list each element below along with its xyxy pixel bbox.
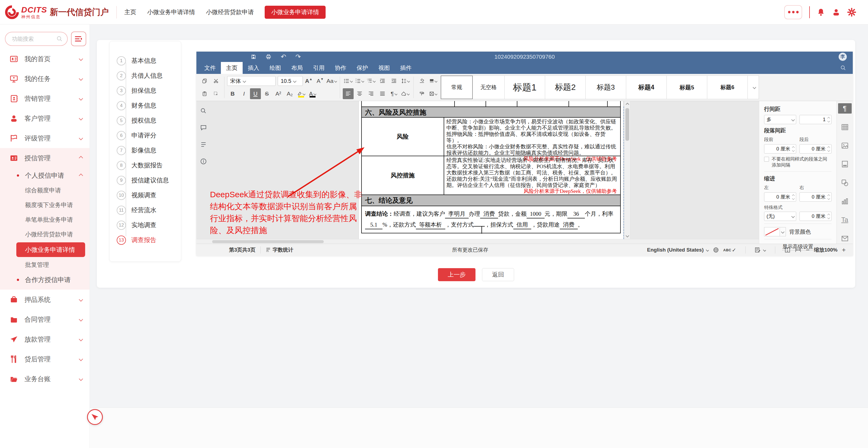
user-icon[interactable]	[832, 8, 840, 16]
sidebar-item-customers[interactable]: 客户管理	[0, 108, 90, 128]
header-footer-panel-icon[interactable]	[838, 159, 852, 169]
sidebar-item-micro-business-detail[interactable]: 小微业务申请详情	[16, 242, 85, 257]
sidebar-item-single-batch-business[interactable]: 单笔单批业务申请	[0, 212, 90, 227]
nav-tab-micro-detail[interactable]: 小微业务申请详情	[147, 8, 195, 16]
previous-step-button[interactable]: 上一步	[438, 268, 475, 281]
sidebar-item-collateral[interactable]: 押品系统	[0, 289, 90, 309]
sidebar-item-contracts[interactable]: 合同管理	[0, 309, 90, 329]
font-name-select[interactable]: 宋体	[227, 76, 276, 86]
step-imaging[interactable]: 7影像信息	[110, 143, 181, 158]
select-icon[interactable]	[211, 88, 221, 99]
floating-send-button[interactable]	[87, 409, 103, 425]
step-bigdata-report[interactable]: 8大数据报告	[110, 158, 181, 173]
doc-section-risk-title[interactable]: 六、风险及风控措施	[361, 106, 621, 117]
menu-home[interactable]: 主页	[221, 62, 243, 74]
sidebar-item-rating[interactable]: 评级管理	[0, 128, 90, 148]
nav-tab-micro-detail-active[interactable]: 小微业务申请详情	[265, 6, 326, 19]
zoom-in-button[interactable]: +	[842, 247, 846, 253]
align-center-icon[interactable]	[354, 88, 365, 99]
sidebar-item-marketing[interactable]: 营销管理	[0, 89, 90, 108]
multilevel-list-icon[interactable]	[366, 75, 376, 87]
font-color-icon[interactable]: A	[307, 88, 318, 99]
step-authorization[interactable]: 5授权信息	[110, 113, 181, 128]
document-page[interactable]: 六、风险及风控措施 风险 经营风险：小微企业市场竞争力弱，易受行业波动（如政策变…	[359, 101, 623, 239]
horizontal-scroll-thumb[interactable]	[212, 240, 324, 243]
menu-file[interactable]: 文件	[199, 62, 221, 74]
underline-icon[interactable]: U	[250, 88, 261, 99]
table-panel-icon[interactable]	[838, 122, 852, 132]
menu-protection[interactable]: 保护	[351, 62, 373, 74]
sidebar-item-credit-management[interactable]: 授信管理	[0, 148, 90, 168]
nav-tab-micro-loan-apply[interactable]: 小微经营贷款申请	[206, 8, 254, 16]
line-spacing-stepper[interactable]: 1	[800, 115, 832, 124]
doc-conclusion[interactable]: 调查结论：经调查，建议为客户李明月办理消费贷款，金额1000元，期限36个月，利…	[361, 206, 621, 233]
document-vertical-scrollbar[interactable]	[624, 101, 630, 239]
step-field-survey[interactable]: 12实地调查	[110, 218, 181, 233]
scroll-up-icon[interactable]	[626, 103, 629, 106]
gear-icon[interactable]	[847, 8, 856, 16]
find-icon[interactable]	[200, 108, 207, 114]
bell-icon[interactable]	[817, 8, 825, 16]
image-panel-icon[interactable]	[838, 140, 852, 151]
background-color-swatch[interactable]	[764, 227, 780, 236]
globe-icon[interactable]	[713, 247, 719, 253]
step-video-survey[interactable]: 10视频调查	[110, 188, 181, 203]
paste-icon[interactable]	[199, 88, 210, 99]
sidebar-item-approval-management[interactable]: 批复管理	[0, 257, 90, 272]
border-frame-icon[interactable]	[428, 88, 439, 99]
editor-search-icon[interactable]	[840, 65, 846, 71]
message-bubble-icon[interactable]	[784, 5, 802, 19]
background-color-dropdown[interactable]	[780, 227, 786, 236]
conclusion-blank-payment-cursor[interactable]	[474, 226, 485, 227]
sidebar-item-disbursement[interactable]: 放款管理	[0, 329, 90, 349]
sidebar-item-business-ledger[interactable]: 业务台账	[0, 369, 90, 389]
doc-control-text[interactable]: 经营真实性验证:实地走访经营场所，观察生产/销售情况、库存、员工状态等。交叉验证…	[444, 156, 620, 195]
style-heading6[interactable]: 标题6	[707, 75, 748, 99]
step-survey-report[interactable]: 13调查报告	[110, 233, 181, 247]
menu-collaboration[interactable]: 协作	[330, 62, 351, 74]
sidebar-item-comprehensive-limit[interactable]: 综合额度申请	[0, 183, 90, 198]
cut-icon[interactable]	[211, 75, 221, 87]
sidebar-item-micro-loan-apply[interactable]: 小微经营贷款申请	[0, 227, 90, 242]
fit-page-icon[interactable]	[784, 247, 790, 253]
comment-icon[interactable]	[200, 125, 207, 131]
increase-indent-icon[interactable]	[389, 75, 399, 87]
doc-section-conclusion-title[interactable]: 七、结论及意见	[361, 195, 621, 206]
bold-icon[interactable]: B	[227, 88, 238, 99]
menu-insert[interactable]: 插入	[243, 62, 265, 74]
style-normal[interactable]: 常规	[441, 75, 473, 99]
spacing-before-stepper[interactable]: 0 厘米	[764, 144, 796, 153]
style-heading3[interactable]: 标题3	[585, 75, 626, 99]
shapes-panel-icon[interactable]	[838, 178, 852, 188]
indent-left-stepper[interactable]: 0 厘米	[764, 192, 796, 202]
track-changes-button[interactable]	[755, 247, 766, 253]
menu-view[interactable]: 视图	[373, 62, 395, 74]
checkbox-icon[interactable]	[764, 157, 769, 162]
numbered-list-icon[interactable]	[354, 75, 365, 87]
menu-collapse-button[interactable]	[71, 32, 86, 46]
text-art-panel-icon[interactable]: Ta	[838, 215, 852, 225]
page-indicator[interactable]: 第3页共3页	[229, 246, 255, 253]
step-basic-info[interactable]: 1基本信息	[110, 53, 181, 68]
navigation-icon[interactable]	[200, 141, 207, 148]
menu-plugins[interactable]: 插件	[395, 62, 417, 74]
clear-format-icon[interactable]	[416, 75, 427, 87]
zoom-level[interactable]: 缩放100%	[814, 246, 838, 253]
fill-color-icon[interactable]	[428, 75, 439, 87]
style-gallery-more[interactable]	[747, 75, 759, 99]
user-avatar[interactable]: 李	[839, 53, 847, 61]
chart-panel-icon[interactable]	[838, 196, 852, 206]
sidebar-group-partner-credit[interactable]: 合作方授信申请	[0, 272, 90, 287]
sidebar-item-post-loan[interactable]: 贷后管理	[0, 349, 90, 369]
highlight-icon[interactable]	[296, 88, 307, 99]
vertical-scroll-thumb[interactable]	[625, 108, 629, 141]
menu-layout[interactable]: 布局	[286, 62, 308, 74]
indent-right-stepper[interactable]: 0 厘米	[800, 192, 832, 202]
back-button[interactable]: 返回	[482, 268, 514, 281]
sidebar-group-personal-credit[interactable]: 个人授信申请	[0, 168, 90, 183]
step-scoring[interactable]: 6申请评分	[110, 128, 181, 143]
menu-draw[interactable]: 绘图	[265, 62, 286, 74]
language-select[interactable]: English (United States)	[647, 247, 709, 253]
style-heading5[interactable]: 标题5	[666, 75, 707, 99]
sidebar-item-my-tasks[interactable]: 我的任务	[0, 69, 90, 89]
